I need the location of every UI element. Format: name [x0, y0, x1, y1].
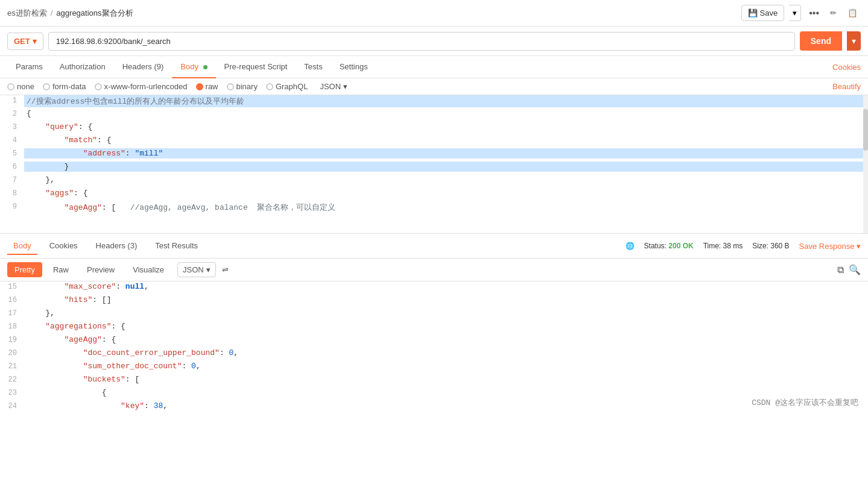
save-button[interactable]: 💾 Save	[741, 5, 785, 21]
code-line-3: 3 "query": {	[0, 122, 868, 135]
resp-line-23: 23 {	[0, 388, 868, 401]
resp-line-15: 15 "max_score": null,	[0, 281, 868, 295]
code-line-4: 4 "match": {	[0, 135, 868, 148]
copy-response-button[interactable]: ⧉	[837, 264, 844, 275]
code-line-8: 8 "aggs": {	[0, 188, 868, 201]
resp-line-21: 21 "sum_other_doc_count": 0,	[0, 361, 868, 374]
resp-line-num-17: 17	[0, 308, 24, 318]
body-type-urlencoded[interactable]: x-www-form-urlencoded	[95, 82, 188, 91]
json-resp-label: JSON	[183, 265, 204, 274]
body-type-raw[interactable]: raw	[196, 82, 218, 91]
share-button[interactable]: 📋	[844, 5, 861, 20]
resp-line-num-22: 22	[0, 374, 24, 384]
send-button[interactable]: Send	[800, 31, 842, 51]
body-type-binary[interactable]: binary	[227, 82, 258, 91]
time-label: Time: 38 ms	[703, 242, 743, 250]
body-type-form-data[interactable]: form-data	[43, 82, 86, 91]
beautify-button[interactable]: Beautify	[832, 82, 861, 91]
body-type-graphql[interactable]: GraphQL	[266, 82, 308, 91]
resp-tab-test-results[interactable]: Test Results	[149, 237, 204, 255]
breadcrumb-current: aggregations聚合分析	[56, 8, 133, 19]
resp-subtab-preview[interactable]: Preview	[80, 262, 122, 277]
resp-line-content-24: "key": 38,	[24, 401, 868, 411]
resp-line-content-15: "max_score": null,	[24, 281, 868, 292]
body-type-none[interactable]: none	[7, 82, 34, 91]
resp-line-content-21: "sum_other_doc_count": 0,	[24, 361, 868, 371]
line-num-9: 9	[0, 201, 24, 211]
resp-tab-cookies[interactable]: Cookies	[43, 237, 84, 255]
header-bar: es进阶检索 / aggregations聚合分析 💾 Save ▾ ••• ✏…	[0, 0, 868, 27]
watermark: CSDN @这名字应该不会重复吧	[752, 397, 858, 408]
request-tabs-bar: Params Authorization Headers (9) Body Pr…	[0, 56, 868, 78]
binary-radio[interactable]	[227, 83, 234, 90]
breadcrumb: es进阶检索 / aggregations聚合分析	[7, 8, 133, 19]
resp-line-17: 17 },	[0, 308, 868, 321]
resp-line-24: 24 "key": 38,	[0, 401, 868, 414]
json-resp-format-select[interactable]: JSON ▾	[177, 262, 216, 277]
edit-icon: ✏	[830, 8, 837, 17]
method-select[interactable]: GET ▾	[7, 33, 43, 50]
tab-pre-request[interactable]: Pre-request Script	[216, 56, 296, 78]
urlencoded-label: x-www-form-urlencoded	[104, 82, 188, 91]
binary-label: binary	[236, 82, 258, 91]
tab-body-label: Body	[180, 62, 198, 71]
line-content-9: "ageAgg": [ //ageAgg, ageAvg, balance 聚合…	[24, 201, 868, 213]
resp-subtab-raw[interactable]: Raw	[46, 262, 76, 277]
url-input[interactable]	[48, 32, 795, 51]
save-response-button[interactable]: Save Response ▾	[799, 242, 861, 251]
response-code-area[interactable]: 15 "max_score": null, 16 "hits": [] 17 }…	[0, 281, 868, 414]
response-status-info: 🌐 Status: 200 OK Time: 38 ms Size: 360 B…	[626, 242, 861, 251]
line-num-7: 7	[0, 175, 24, 184]
code-editor[interactable]: 1 //搜索address中包含mill的所有人的年龄分布以及平均年龄 2 { …	[0, 95, 868, 234]
resp-line-content-22: "buckets": [	[24, 374, 868, 385]
tab-settings[interactable]: Settings	[331, 56, 376, 78]
size-value: 360 B	[770, 242, 789, 250]
urlencoded-radio[interactable]	[95, 83, 102, 90]
filter-button[interactable]: ⇌	[222, 265, 229, 274]
tab-headers[interactable]: Headers (9)	[114, 56, 173, 78]
resp-tab-body[interactable]: Body	[7, 237, 37, 255]
none-label: none	[17, 82, 34, 91]
send-dropdown-button[interactable]: ▾	[847, 31, 861, 51]
resp-tab-headers[interactable]: Headers (3)	[90, 237, 144, 255]
resp-line-num-24: 24	[0, 401, 24, 410]
code-line-7: 7 },	[0, 175, 868, 188]
line-num-2: 2	[0, 108, 24, 118]
save-label: Save	[760, 8, 778, 17]
json-format-select[interactable]: JSON ▾	[320, 82, 347, 91]
search-response-button[interactable]: 🔍	[849, 264, 861, 275]
resp-subtab-pretty[interactable]: Pretty	[7, 262, 42, 277]
tab-params[interactable]: Params	[7, 56, 51, 78]
save-dropdown-button[interactable]: ▾	[789, 5, 801, 21]
editor-scrollbar[interactable]	[863, 95, 868, 233]
resp-subtab-visualize[interactable]: Visualize	[125, 262, 171, 277]
none-radio[interactable]	[7, 83, 14, 90]
form-data-radio[interactable]	[43, 83, 50, 90]
resp-line-num-23: 23	[0, 388, 24, 397]
tab-authorization[interactable]: Authorization	[51, 56, 114, 78]
resp-line-content-17: },	[24, 308, 868, 318]
globe-icon: 🌐	[626, 242, 635, 250]
more-button[interactable]: •••	[806, 5, 822, 22]
tab-tests[interactable]: Tests	[296, 56, 331, 78]
cookies-button[interactable]: Cookies	[832, 63, 861, 72]
line-content-3: "query": {	[24, 122, 868, 132]
resp-line-num-15: 15	[0, 281, 24, 291]
json-chevron: ▾	[343, 82, 347, 91]
response-header: Body Cookies Headers (3) Test Results 🌐 …	[0, 234, 868, 259]
raw-radio[interactable]	[196, 83, 203, 90]
resp-line-22: 22 "buckets": [	[0, 374, 868, 388]
code-line-5: 5 "address": "mill"	[0, 148, 868, 162]
line-content-8: "aggs": {	[24, 188, 868, 198]
line-num-5: 5	[0, 148, 24, 158]
editor-scrollbar-thumb	[863, 109, 868, 151]
line-num-6: 6	[0, 162, 24, 171]
size-label: Size: 360 B	[752, 242, 789, 250]
breadcrumb-root: es进阶检索	[7, 8, 47, 19]
tab-body[interactable]: Body	[172, 56, 215, 78]
edit-button[interactable]: ✏	[827, 5, 840, 20]
code-line-2: 2 {	[0, 108, 868, 122]
line-num-1: 1	[0, 95, 24, 105]
response-sub-bar: Pretty Raw Preview Visualize JSON ▾ ⇌ ⧉ …	[0, 259, 868, 281]
graphql-radio[interactable]	[266, 83, 273, 90]
